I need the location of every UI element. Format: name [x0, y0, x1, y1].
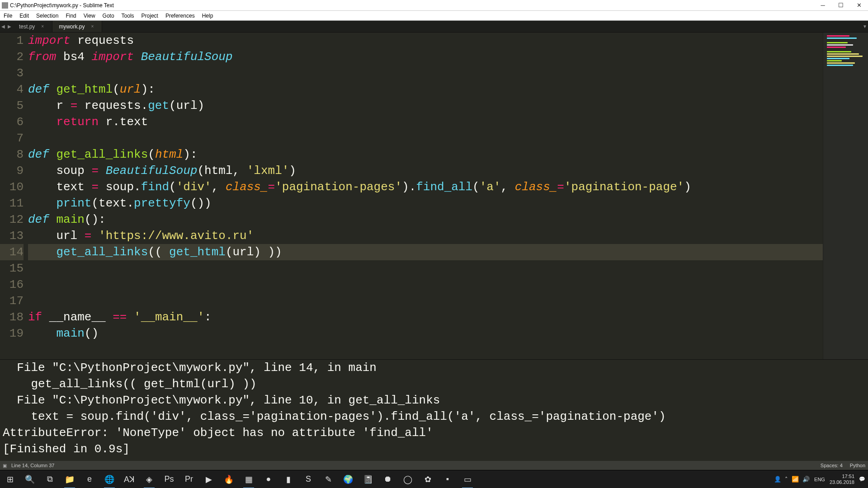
windows-taskbar: ⊞🔍⧉📁e🌐Aꓘ◈PsPr▶🔥▦●▮S✎🌍📓⏺◯✿▪▭ 👤 ˄ 📶 🔊 ENG …: [0, 470, 868, 488]
app-icon-6[interactable]: ▪: [438, 470, 458, 488]
app-icon-5[interactable]: ✿: [418, 470, 438, 488]
menu-preferences[interactable]: Preferences: [162, 11, 198, 21]
line-number: 6: [0, 114, 24, 130]
code-line[interactable]: if __name__ == '__main__':: [28, 309, 823, 325]
menu-edit[interactable]: Edit: [16, 11, 33, 21]
tab-mywork-py[interactable]: mywork.py×: [52, 21, 102, 32]
code-line[interactable]: def main():: [28, 211, 823, 228]
code-line[interactable]: get_all_links(( get_html(url) )): [28, 244, 823, 260]
steam-icon[interactable]: ◈: [139, 470, 159, 488]
line-number: 16: [0, 277, 24, 293]
code-line[interactable]: def get_html(url):: [28, 81, 823, 98]
menu-tools[interactable]: Tools: [118, 11, 138, 21]
obs-icon[interactable]: ◯: [398, 470, 418, 488]
line-number: 18: [0, 309, 24, 325]
build-output-panel[interactable]: File "C:\PythonProject\mywork.py", line …: [0, 359, 868, 461]
system-tray[interactable]: 👤 ˄ 📶 🔊: [774, 476, 810, 483]
app-icon-1[interactable]: 🔥: [219, 470, 239, 488]
edge-icon[interactable]: e: [80, 470, 99, 488]
menu-view[interactable]: View: [80, 11, 99, 21]
maximize-button[interactable]: ☐: [832, 0, 850, 11]
line-gutter: 12345678910111213141516171819: [0, 33, 28, 359]
indentation-status[interactable]: Spaces: 4: [821, 463, 843, 468]
people-icon[interactable]: 👤: [774, 476, 781, 483]
sublime-text-icon[interactable]: ▦: [239, 470, 259, 488]
output-line: [Finished in 0.9s]: [3, 441, 868, 457]
file-explorer-icon[interactable]: 📁: [60, 470, 80, 488]
chrome-icon[interactable]: 🌐: [99, 470, 119, 488]
history-forward-button[interactable]: ▶: [6, 21, 13, 32]
minimize-button[interactable]: ─: [814, 0, 832, 11]
menu-help[interactable]: Help: [198, 11, 217, 21]
code-line[interactable]: r = requests.get(url): [28, 98, 823, 114]
line-number: 8: [0, 146, 24, 163]
menu-selection[interactable]: Selection: [33, 11, 62, 21]
titlebar: C:\PythonProject\mywork.py - Sublime Tex…: [0, 0, 868, 11]
premiere-icon[interactable]: Pr: [179, 470, 199, 488]
network-icon[interactable]: 📶: [792, 476, 799, 483]
app-icon-4[interactable]: ✎: [318, 470, 338, 488]
notification-center-icon[interactable]: 💬: [859, 476, 865, 482]
line-number: 10: [0, 179, 24, 195]
code-line[interactable]: [28, 260, 823, 277]
tab-test-py[interactable]: test.py×: [13, 21, 52, 32]
volume-icon[interactable]: 🔊: [802, 476, 810, 483]
task-view-button[interactable]: ⧉: [40, 470, 60, 488]
tray-chevron-icon[interactable]: ˄: [785, 476, 788, 483]
code-line[interactable]: text = soup.find('div', class_='paginati…: [28, 179, 823, 195]
code-line[interactable]: def get_all_links(html):: [28, 146, 823, 163]
code-line[interactable]: from bs4 import BeautifulSoup: [28, 49, 823, 65]
media-player-icon[interactable]: ▶: [199, 470, 219, 488]
app-icon-2[interactable]: ●: [259, 470, 278, 488]
menu-goto[interactable]: Goto: [99, 11, 118, 21]
terminal-icon[interactable]: ▭: [458, 470, 477, 488]
line-number: 7: [0, 130, 24, 146]
code-line[interactable]: url = 'https://www.avito.ru': [28, 228, 823, 244]
line-number: 1: [0, 33, 24, 49]
code-line[interactable]: return r.text: [28, 114, 823, 130]
code-editor[interactable]: import requestsfrom bs4 import Beautiful…: [28, 33, 823, 359]
skype-icon[interactable]: S: [298, 470, 318, 488]
minimap[interactable]: [823, 33, 868, 359]
line-number: 2: [0, 49, 24, 65]
line-number: 12: [0, 211, 24, 228]
input-language[interactable]: ENG: [814, 477, 825, 482]
code-line[interactable]: [28, 293, 823, 309]
menubar: FileEditSelectionFindViewGotoToolsProjec…: [0, 11, 868, 21]
output-line: File "C:\PythonProject\mywork.py", line …: [3, 360, 868, 376]
line-number: 15: [0, 260, 24, 277]
code-line[interactable]: [28, 65, 823, 81]
app-icon-3[interactable]: ▮: [278, 470, 298, 488]
menu-file[interactable]: File: [0, 11, 16, 21]
history-back-button[interactable]: ◀: [0, 21, 6, 32]
code-line[interactable]: [28, 130, 823, 146]
code-line[interactable]: print(text.prettyfy()): [28, 195, 823, 211]
syntax-status[interactable]: Python: [850, 463, 865, 468]
statusbar: ▣ Line 14, Column 37 Spaces: 4 Python: [0, 461, 868, 470]
code-line[interactable]: [28, 277, 823, 293]
start-button[interactable]: ⊞: [0, 470, 20, 488]
search-button[interactable]: 🔍: [20, 470, 40, 488]
close-button[interactable]: ✕: [850, 0, 868, 11]
panel-switcher-icon[interactable]: ▣: [3, 463, 7, 468]
photoshop-icon[interactable]: Ps: [159, 470, 179, 488]
browser-icon[interactable]: 🌍: [338, 470, 358, 488]
record-icon[interactable]: ⏺: [378, 470, 398, 488]
code-line[interactable]: soup = BeautifulSoup(html, 'lxml'): [28, 163, 823, 179]
code-line[interactable]: main(): [28, 325, 823, 342]
taskbar-clock[interactable]: 17:51 23.06.2018: [830, 474, 854, 485]
line-number: 5: [0, 98, 24, 114]
tab-close-icon[interactable]: ×: [41, 24, 44, 29]
menu-find[interactable]: Find: [62, 11, 80, 21]
window-title: C:\PythonProject\mywork.py - Sublime Tex…: [10, 2, 114, 9]
line-number: 9: [0, 163, 24, 179]
cursor-position[interactable]: Line 14, Column 37: [11, 463, 54, 468]
editor-area: 12345678910111213141516171819 import req…: [0, 33, 868, 359]
line-number: 13: [0, 228, 24, 244]
keyboard-app-icon[interactable]: Aꓘ: [119, 470, 139, 488]
tab-close-icon[interactable]: ×: [91, 24, 94, 29]
tab-dropdown-button[interactable]: ▼: [862, 21, 868, 32]
notes-icon[interactable]: 📓: [358, 470, 378, 488]
code-line[interactable]: import requests: [28, 33, 823, 49]
menu-project[interactable]: Project: [138, 11, 162, 21]
